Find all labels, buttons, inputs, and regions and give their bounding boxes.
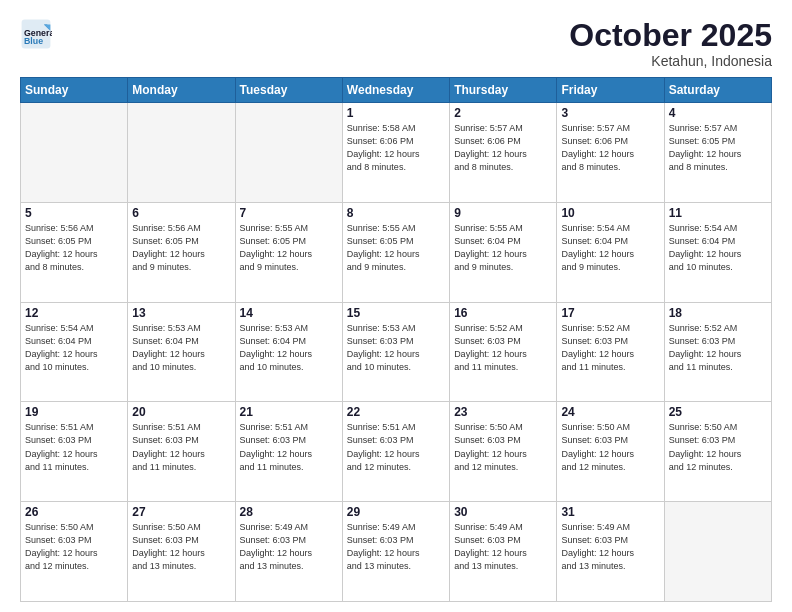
day-number: 13 bbox=[132, 306, 230, 320]
day-number: 16 bbox=[454, 306, 552, 320]
day-number: 28 bbox=[240, 505, 338, 519]
calendar-cell bbox=[664, 502, 771, 602]
calendar-cell bbox=[235, 103, 342, 203]
cell-info: Sunrise: 5:57 AMSunset: 6:05 PMDaylight:… bbox=[669, 122, 767, 174]
cell-info: Sunrise: 5:55 AMSunset: 6:05 PMDaylight:… bbox=[240, 222, 338, 274]
weekday-tuesday: Tuesday bbox=[235, 78, 342, 103]
calendar-cell: 27Sunrise: 5:50 AMSunset: 6:03 PMDayligh… bbox=[128, 502, 235, 602]
day-number: 21 bbox=[240, 405, 338, 419]
title-block: October 2025 Ketahun, Indonesia bbox=[569, 18, 772, 69]
cell-info: Sunrise: 5:49 AMSunset: 6:03 PMDaylight:… bbox=[454, 521, 552, 573]
cell-info: Sunrise: 5:50 AMSunset: 6:03 PMDaylight:… bbox=[25, 521, 123, 573]
week-row-2: 5Sunrise: 5:56 AMSunset: 6:05 PMDaylight… bbox=[21, 202, 772, 302]
day-number: 31 bbox=[561, 505, 659, 519]
cell-info: Sunrise: 5:53 AMSunset: 6:03 PMDaylight:… bbox=[347, 322, 445, 374]
calendar-cell: 24Sunrise: 5:50 AMSunset: 6:03 PMDayligh… bbox=[557, 402, 664, 502]
day-number: 26 bbox=[25, 505, 123, 519]
calendar-cell: 17Sunrise: 5:52 AMSunset: 6:03 PMDayligh… bbox=[557, 302, 664, 402]
cell-info: Sunrise: 5:58 AMSunset: 6:06 PMDaylight:… bbox=[347, 122, 445, 174]
calendar-cell: 15Sunrise: 5:53 AMSunset: 6:03 PMDayligh… bbox=[342, 302, 449, 402]
cell-info: Sunrise: 5:52 AMSunset: 6:03 PMDaylight:… bbox=[561, 322, 659, 374]
day-number: 20 bbox=[132, 405, 230, 419]
weekday-monday: Monday bbox=[128, 78, 235, 103]
page: General Blue October 2025 Ketahun, Indon… bbox=[0, 0, 792, 612]
weekday-wednesday: Wednesday bbox=[342, 78, 449, 103]
day-number: 24 bbox=[561, 405, 659, 419]
location: Ketahun, Indonesia bbox=[569, 53, 772, 69]
cell-info: Sunrise: 5:50 AMSunset: 6:03 PMDaylight:… bbox=[454, 421, 552, 473]
day-number: 10 bbox=[561, 206, 659, 220]
cell-info: Sunrise: 5:52 AMSunset: 6:03 PMDaylight:… bbox=[669, 322, 767, 374]
calendar-cell: 29Sunrise: 5:49 AMSunset: 6:03 PMDayligh… bbox=[342, 502, 449, 602]
day-number: 14 bbox=[240, 306, 338, 320]
calendar-cell: 9Sunrise: 5:55 AMSunset: 6:04 PMDaylight… bbox=[450, 202, 557, 302]
cell-info: Sunrise: 5:55 AMSunset: 6:04 PMDaylight:… bbox=[454, 222, 552, 274]
day-number: 29 bbox=[347, 505, 445, 519]
cell-info: Sunrise: 5:51 AMSunset: 6:03 PMDaylight:… bbox=[132, 421, 230, 473]
calendar-cell: 22Sunrise: 5:51 AMSunset: 6:03 PMDayligh… bbox=[342, 402, 449, 502]
day-number: 27 bbox=[132, 505, 230, 519]
calendar-cell: 6Sunrise: 5:56 AMSunset: 6:05 PMDaylight… bbox=[128, 202, 235, 302]
calendar-cell: 12Sunrise: 5:54 AMSunset: 6:04 PMDayligh… bbox=[21, 302, 128, 402]
calendar-cell: 25Sunrise: 5:50 AMSunset: 6:03 PMDayligh… bbox=[664, 402, 771, 502]
day-number: 19 bbox=[25, 405, 123, 419]
calendar-cell: 30Sunrise: 5:49 AMSunset: 6:03 PMDayligh… bbox=[450, 502, 557, 602]
day-number: 12 bbox=[25, 306, 123, 320]
cell-info: Sunrise: 5:56 AMSunset: 6:05 PMDaylight:… bbox=[132, 222, 230, 274]
weekday-header-row: SundayMondayTuesdayWednesdayThursdayFrid… bbox=[21, 78, 772, 103]
calendar-cell: 4Sunrise: 5:57 AMSunset: 6:05 PMDaylight… bbox=[664, 103, 771, 203]
day-number: 22 bbox=[347, 405, 445, 419]
calendar-cell: 8Sunrise: 5:55 AMSunset: 6:05 PMDaylight… bbox=[342, 202, 449, 302]
day-number: 9 bbox=[454, 206, 552, 220]
calendar-cell: 1Sunrise: 5:58 AMSunset: 6:06 PMDaylight… bbox=[342, 103, 449, 203]
week-row-4: 19Sunrise: 5:51 AMSunset: 6:03 PMDayligh… bbox=[21, 402, 772, 502]
week-row-5: 26Sunrise: 5:50 AMSunset: 6:03 PMDayligh… bbox=[21, 502, 772, 602]
calendar-cell: 2Sunrise: 5:57 AMSunset: 6:06 PMDaylight… bbox=[450, 103, 557, 203]
calendar-cell: 19Sunrise: 5:51 AMSunset: 6:03 PMDayligh… bbox=[21, 402, 128, 502]
week-row-1: 1Sunrise: 5:58 AMSunset: 6:06 PMDaylight… bbox=[21, 103, 772, 203]
calendar-cell bbox=[128, 103, 235, 203]
cell-info: Sunrise: 5:50 AMSunset: 6:03 PMDaylight:… bbox=[669, 421, 767, 473]
weekday-sunday: Sunday bbox=[21, 78, 128, 103]
logo-icon: General Blue bbox=[20, 18, 52, 50]
day-number: 25 bbox=[669, 405, 767, 419]
calendar-cell: 16Sunrise: 5:52 AMSunset: 6:03 PMDayligh… bbox=[450, 302, 557, 402]
day-number: 7 bbox=[240, 206, 338, 220]
day-number: 2 bbox=[454, 106, 552, 120]
cell-info: Sunrise: 5:50 AMSunset: 6:03 PMDaylight:… bbox=[132, 521, 230, 573]
cell-info: Sunrise: 5:56 AMSunset: 6:05 PMDaylight:… bbox=[25, 222, 123, 274]
day-number: 3 bbox=[561, 106, 659, 120]
calendar-cell: 11Sunrise: 5:54 AMSunset: 6:04 PMDayligh… bbox=[664, 202, 771, 302]
calendar-cell: 31Sunrise: 5:49 AMSunset: 6:03 PMDayligh… bbox=[557, 502, 664, 602]
weekday-saturday: Saturday bbox=[664, 78, 771, 103]
day-number: 11 bbox=[669, 206, 767, 220]
cell-info: Sunrise: 5:49 AMSunset: 6:03 PMDaylight:… bbox=[347, 521, 445, 573]
calendar-cell: 28Sunrise: 5:49 AMSunset: 6:03 PMDayligh… bbox=[235, 502, 342, 602]
month-title: October 2025 bbox=[569, 18, 772, 53]
calendar-cell: 13Sunrise: 5:53 AMSunset: 6:04 PMDayligh… bbox=[128, 302, 235, 402]
cell-info: Sunrise: 5:49 AMSunset: 6:03 PMDaylight:… bbox=[240, 521, 338, 573]
cell-info: Sunrise: 5:51 AMSunset: 6:03 PMDaylight:… bbox=[240, 421, 338, 473]
weekday-friday: Friday bbox=[557, 78, 664, 103]
header: General Blue October 2025 Ketahun, Indon… bbox=[20, 18, 772, 69]
day-number: 8 bbox=[347, 206, 445, 220]
calendar-cell: 20Sunrise: 5:51 AMSunset: 6:03 PMDayligh… bbox=[128, 402, 235, 502]
day-number: 5 bbox=[25, 206, 123, 220]
calendar-table: SundayMondayTuesdayWednesdayThursdayFrid… bbox=[20, 77, 772, 602]
cell-info: Sunrise: 5:50 AMSunset: 6:03 PMDaylight:… bbox=[561, 421, 659, 473]
cell-info: Sunrise: 5:53 AMSunset: 6:04 PMDaylight:… bbox=[132, 322, 230, 374]
cell-info: Sunrise: 5:57 AMSunset: 6:06 PMDaylight:… bbox=[561, 122, 659, 174]
calendar-cell: 7Sunrise: 5:55 AMSunset: 6:05 PMDaylight… bbox=[235, 202, 342, 302]
day-number: 4 bbox=[669, 106, 767, 120]
cell-info: Sunrise: 5:52 AMSunset: 6:03 PMDaylight:… bbox=[454, 322, 552, 374]
cell-info: Sunrise: 5:54 AMSunset: 6:04 PMDaylight:… bbox=[669, 222, 767, 274]
calendar-cell: 21Sunrise: 5:51 AMSunset: 6:03 PMDayligh… bbox=[235, 402, 342, 502]
calendar-cell: 23Sunrise: 5:50 AMSunset: 6:03 PMDayligh… bbox=[450, 402, 557, 502]
day-number: 23 bbox=[454, 405, 552, 419]
day-number: 1 bbox=[347, 106, 445, 120]
calendar-cell: 5Sunrise: 5:56 AMSunset: 6:05 PMDaylight… bbox=[21, 202, 128, 302]
calendar-cell: 3Sunrise: 5:57 AMSunset: 6:06 PMDaylight… bbox=[557, 103, 664, 203]
logo: General Blue bbox=[20, 18, 52, 50]
svg-text:Blue: Blue bbox=[24, 36, 43, 46]
cell-info: Sunrise: 5:57 AMSunset: 6:06 PMDaylight:… bbox=[454, 122, 552, 174]
